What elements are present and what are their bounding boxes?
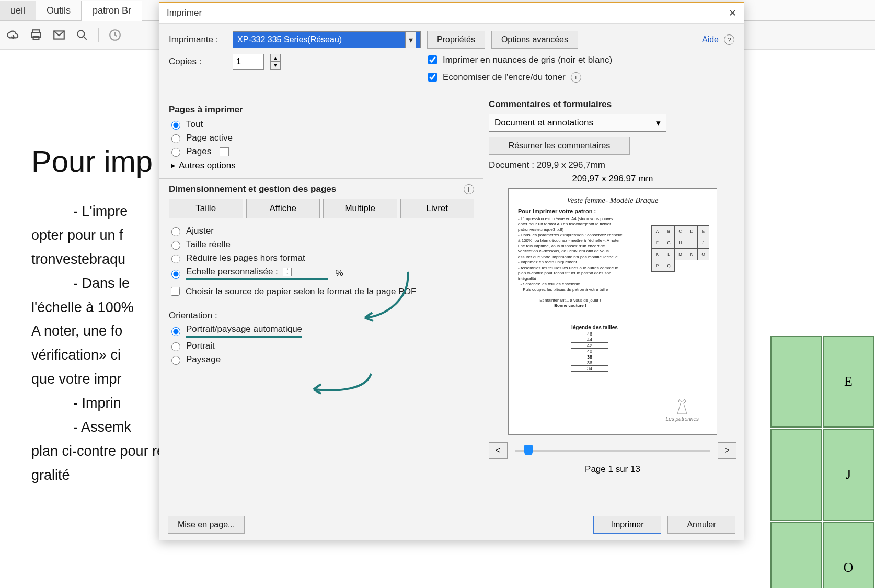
radio-auto-orientation[interactable]: Portrait/paysage automatique: [169, 324, 474, 338]
more-options-label: Autres options: [179, 160, 236, 171]
paper-source-checkbox[interactable]: Choisir la source de papier selon le for…: [169, 285, 474, 297]
preview-prev-button[interactable]: <: [489, 442, 508, 459]
tab-home[interactable]: ueil: [0, 1, 36, 20]
radio-custom-scale[interactable]: Echelle personnalisée : %: [169, 267, 474, 280]
radio-all-pages[interactable]: Tout: [169, 119, 474, 130]
document-dimensions: Document : 209,9 x 296,7mm: [489, 160, 736, 170]
chevron-down-icon: ▾: [405, 32, 416, 48]
radio-custom-label: Echelle personnalisée :: [186, 267, 278, 276]
preview-next-button[interactable]: >: [718, 442, 736, 459]
toolbar-divider: [98, 28, 99, 42]
tab-document[interactable]: patron Br: [82, 1, 142, 21]
mail-icon[interactable]: [52, 28, 66, 42]
help-info-icon[interactable]: ?: [724, 34, 734, 45]
radio-shrink-oversize[interactable]: Réduire les pages hors format: [169, 253, 474, 263]
radio-actual-size[interactable]: Taille réelle: [169, 239, 474, 250]
radio-landscape-label: Paysage: [186, 354, 221, 365]
stepper-up-icon[interactable]: ▲: [271, 54, 280, 62]
copies-input[interactable]: [233, 54, 264, 70]
sizing-info-icon[interactable]: i: [464, 184, 474, 194]
copies-stepper[interactable]: ▲▼: [270, 54, 281, 70]
preview-dimensions: 209,97 x 296,97 mm: [489, 174, 736, 184]
size-tab-taille[interactable]: Taille: [169, 199, 243, 218]
radio-portrait[interactable]: Portrait: [169, 341, 474, 351]
size-tab-affiche[interactable]: Affiche: [246, 199, 320, 218]
preview-page-slider[interactable]: [515, 448, 710, 453]
size-tab-multiple[interactable]: Multiple: [323, 199, 397, 218]
save-ink-checkbox[interactable]: Economiser de l'encre/du toner: [426, 71, 566, 83]
percent-label: %: [336, 268, 343, 279]
print-icon[interactable]: [29, 28, 43, 42]
radio-fit-label: Ajuster: [186, 226, 214, 236]
orientation-title: Orientation :: [169, 310, 474, 321]
size-tab-livret[interactable]: Livret: [400, 199, 475, 218]
radio-all-label: Tout: [186, 119, 203, 130]
radio-current-page[interactable]: Page active: [169, 133, 474, 143]
comments-section-title: Commentaires et formulaires: [489, 99, 612, 110]
svg-point-4: [77, 30, 84, 37]
info-icon[interactable]: i: [571, 72, 581, 83]
preview-title: Veste femme- Modèle Braque: [518, 196, 707, 205]
radio-shrink-label: Réduire les pages hors format: [186, 253, 305, 263]
grayscale-checkbox[interactable]: Imprimer en nuances de gris (noir et bla…: [426, 54, 734, 66]
radio-current-label: Page active: [186, 133, 233, 143]
help-link[interactable]: Aide: [702, 35, 719, 44]
tab-tools[interactable]: Outils: [36, 1, 82, 20]
preview-brand: Les patronnes: [666, 398, 699, 422]
radio-auto-label: Portrait/paysage automatique: [186, 324, 302, 338]
advanced-options-button[interactable]: Options avancées: [491, 31, 578, 49]
cloud-icon[interactable]: [6, 28, 20, 42]
print-button[interactable]: Imprimer: [593, 516, 661, 534]
printer-label: Imprimante :: [169, 34, 226, 45]
more-options-toggle[interactable]: ▸Autres options: [171, 160, 474, 171]
target-icon[interactable]: [108, 28, 122, 42]
cancel-button[interactable]: Annuler: [667, 516, 735, 534]
preview-subtitle: Pour imprimer votre patron :: [518, 208, 707, 214]
close-icon[interactable]: ✕: [729, 7, 736, 19]
radio-landscape[interactable]: Paysage: [169, 354, 474, 365]
printer-select[interactable]: XP-332 335 Series(Réseau) ▾: [233, 31, 421, 48]
radio-fit[interactable]: Ajuster: [169, 226, 474, 236]
pages-section-title: Pages à imprimer: [169, 105, 243, 115]
chevron-down-icon: ▾: [656, 118, 661, 129]
summarize-comments-button[interactable]: Résumer les commentaires: [489, 137, 630, 155]
radio-pages-label: Pages: [186, 146, 211, 157]
copies-label: Copies :: [169, 56, 226, 67]
pattern-grid: E J O: [769, 335, 875, 588]
stepper-down-icon[interactable]: ▼: [271, 62, 280, 69]
search-icon[interactable]: [75, 28, 89, 42]
save-ink-label: Economiser de l'encre/du toner: [443, 72, 566, 83]
radio-actual-label: Taille réelle: [186, 239, 231, 250]
triangle-right-icon: ▸: [171, 160, 176, 171]
paper-source-label: Choisir la source de papier selon le for…: [186, 286, 416, 297]
sizing-section-title: Dimensionnement et gestion des pages: [169, 184, 336, 194]
comments-value: Document et annotations: [494, 118, 593, 128]
print-preview: Veste femme- Modèle Braque Pour imprimer…: [508, 188, 717, 435]
dialog-title: Imprimer: [167, 8, 202, 18]
comments-select[interactable]: Document et annotations ▾: [489, 114, 666, 132]
page-range-input[interactable]: [220, 147, 229, 156]
print-dialog: Imprimer ✕ Imprimante : XP-332 335 Serie…: [159, 2, 744, 540]
preview-size-legend: légende des tailles 46 44 42 40 38 36 34: [571, 325, 618, 372]
grayscale-label: Imprimer en nuances de gris (noir et bla…: [443, 55, 612, 65]
page-setup-button[interactable]: Mise en page...: [168, 516, 245, 534]
radio-portrait-label: Portrait: [186, 341, 215, 351]
preview-layout-grid: ABCDE FGHIJ KLMNO PQ: [651, 225, 709, 272]
radio-page-range[interactable]: Pages: [169, 146, 474, 157]
printer-value: XP-332 335 Series(Réseau): [237, 35, 342, 44]
page-indicator: Page 1 sur 13: [489, 464, 736, 475]
properties-button[interactable]: Propriétés: [427, 31, 485, 49]
custom-scale-input[interactable]: [283, 268, 292, 276]
